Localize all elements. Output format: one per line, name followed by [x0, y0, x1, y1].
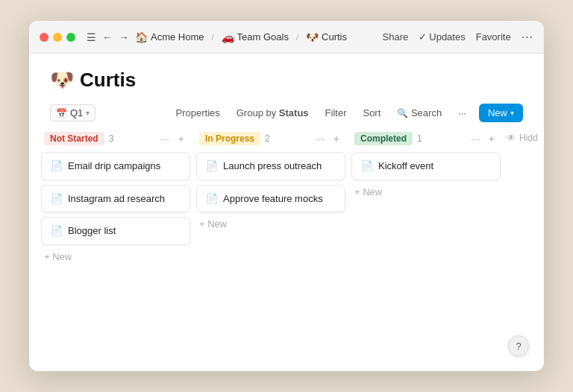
minimize-button[interactable] [53, 33, 62, 42]
column-header-completed: Completed 1 ··· + [351, 131, 501, 146]
card-doc-icon: 📄 [51, 160, 63, 171]
card-doc-icon: 📄 [51, 193, 63, 204]
close-button[interactable] [40, 33, 48, 42]
column-header-actions-ip: ··· + [313, 131, 342, 146]
new-button[interactable]: New ▾ [479, 104, 523, 122]
hidden-label: Hidd [519, 133, 538, 143]
column-more-ip[interactable]: ··· [313, 131, 328, 146]
new-button-chevron: ▾ [510, 109, 514, 117]
breadcrumb: 🏠 Acme Home / 🚗 Team Goals / 🐶 Curtis [132, 30, 383, 45]
toolbar-actions: Properties Group by Status Filter Sort 🔍… [172, 104, 524, 122]
column-header-actions-ns: ··· + [157, 131, 187, 146]
card-text: Blogger list [68, 224, 116, 238]
status-badge-not-started: Not Started [44, 132, 104, 145]
group-by-button[interactable]: Group by Status [233, 105, 313, 121]
column-more-ns[interactable]: ··· [157, 131, 172, 146]
acme-home-label: Acme Home [151, 31, 204, 42]
hidden-col-header: 👁 Hidd [507, 133, 538, 143]
cards-completed: 📄 Kickoff event [351, 152, 501, 180]
card-doc-icon: 📄 [206, 160, 218, 171]
column-add-ip[interactable]: + [331, 131, 342, 146]
card-text: Launch press outreach [223, 159, 322, 173]
share-button[interactable]: Share [383, 31, 409, 42]
breadcrumb-curtis[interactable]: 🐶 Curtis [303, 30, 350, 45]
card-email-drip[interactable]: 📄 Email drip campaigns [41, 152, 190, 180]
column-count-completed: 1 [417, 133, 422, 144]
q1-filter[interactable]: 📅 Q1 ▾ [50, 104, 96, 121]
column-more-c[interactable]: ··· [468, 131, 483, 146]
team-goals-label: Team Goals [237, 31, 289, 42]
team-goals-emoji: 🚗 [222, 31, 234, 43]
page-title-text: Curtis [80, 69, 136, 92]
acme-home-emoji: 🏠 [135, 31, 148, 43]
card-launch-press[interactable]: 📄 Launch press outreach [196, 152, 345, 180]
toolbar: 📅 Q1 ▾ Properties Group by Status Filter… [29, 101, 544, 128]
q1-label: Q1 [70, 107, 83, 118]
card-blogger[interactable]: 📄 Blogger list [41, 217, 190, 245]
group-by-value: Status [279, 107, 309, 118]
card-kickoff[interactable]: 📄 Kickoff event [351, 152, 501, 180]
column-header-not-started: Not Started 3 ··· + [41, 131, 190, 146]
card-doc-icon: 📄 [206, 193, 218, 204]
status-badge-in-progress: In Progress [199, 132, 260, 145]
search-icon: 🔍 [397, 108, 408, 118]
column-not-started: Not Started 3 ··· + 📄 Email drip campaig… [41, 131, 190, 359]
breadcrumb-sep-1: / [212, 33, 214, 42]
back-button[interactable]: ← [99, 29, 116, 45]
breadcrumb-acme-home[interactable]: 🏠 Acme Home [132, 30, 207, 45]
status-badge-completed: Completed [354, 132, 413, 145]
add-new-completed[interactable]: + New [351, 182, 501, 202]
cards-in-progress: 📄 Launch press outreach 📄 Approve featur… [196, 152, 345, 212]
page-header: 🐶 Curtis [29, 54, 544, 101]
favorite-button[interactable]: Favorite [476, 31, 511, 42]
cards-not-started: 📄 Email drip campaigns 📄 Instagram ad re… [41, 152, 190, 245]
updates-button[interactable]: ✓ Updates [419, 31, 465, 42]
add-new-in-progress[interactable]: + New [196, 214, 345, 234]
filter-button[interactable]: Filter [322, 105, 351, 121]
column-count-not-started: 3 [109, 133, 114, 144]
column-header-in-progress: In Progress 2 ··· + [196, 131, 345, 146]
forward-button[interactable]: → [116, 29, 132, 45]
toolbar-more-button[interactable]: ··· [454, 105, 470, 121]
column-count-in-progress: 2 [265, 133, 270, 144]
page-title: 🐶 Curtis [50, 69, 523, 92]
more-options-button[interactable]: ··· [522, 31, 533, 44]
properties-button[interactable]: Properties [172, 105, 224, 121]
card-doc-icon: 📄 [51, 225, 63, 236]
filter-chevron: ▾ [86, 109, 90, 117]
column-add-ns[interactable]: + [175, 131, 187, 146]
curtis-label: Curtis [322, 31, 347, 42]
help-button[interactable]: ? [508, 335, 529, 356]
column-add-c[interactable]: + [486, 131, 498, 146]
card-doc-icon: 📄 [361, 160, 373, 171]
sort-button[interactable]: Sort [359, 105, 384, 121]
titlebar: ☰ ← → 🏠 Acme Home / 🚗 Team Goals / 🐶 Cur… [29, 21, 544, 54]
column-header-actions-c: ··· + [468, 131, 498, 146]
traffic-lights [40, 33, 75, 42]
card-text: Email drip campaigns [68, 159, 160, 173]
card-approve-feature[interactable]: 📄 Approve feature mocks [196, 185, 345, 213]
content-area: 🐶 Curtis 📅 Q1 ▾ Properties Group by Stat… [29, 54, 544, 371]
column-completed: Completed 1 ··· + 📄 Kickoff event + [351, 131, 501, 359]
card-text: Approve feature mocks [223, 192, 323, 206]
card-text: Kickoff event [378, 159, 433, 173]
calendar-icon: 📅 [56, 108, 67, 118]
search-button[interactable]: 🔍 Search [393, 105, 445, 121]
maximize-button[interactable] [66, 33, 75, 42]
breadcrumb-sep-2: / [296, 33, 298, 42]
card-instagram[interactable]: 📄 Instagram ad research [41, 185, 190, 213]
card-text: Instagram ad research [68, 192, 165, 206]
hidden-icon: 👁 [507, 133, 516, 143]
breadcrumb-team-goals[interactable]: 🚗 Team Goals [219, 30, 292, 45]
hamburger-icon[interactable]: ☰ [83, 29, 99, 45]
column-in-progress: In Progress 2 ··· + 📄 Launch press outre… [196, 131, 345, 359]
curtis-emoji: 🐶 [306, 31, 319, 43]
board: Not Started 3 ··· + 📄 Email drip campaig… [29, 128, 544, 371]
hidden-column: 👁 Hidd [507, 131, 544, 359]
titlebar-actions: Share ✓ Updates Favorite ··· [383, 31, 533, 44]
add-new-not-started[interactable]: + New [41, 247, 190, 267]
page-emoji: 🐶 [50, 69, 74, 92]
